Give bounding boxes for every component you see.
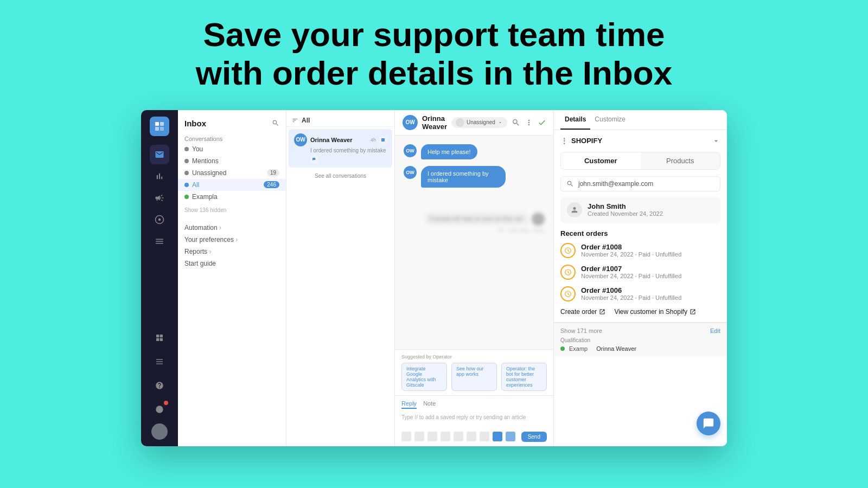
- panel-title: Inbox: [184, 119, 206, 128]
- order-actions: Create order View customer in Shopify: [560, 308, 720, 316]
- chat-area: OW Orinna Weaver Unassigned OW Help me p…: [395, 110, 553, 446]
- left-nav-panel: Inbox Conversations You Mentions Unassig…: [178, 110, 286, 446]
- reply-tab-reply[interactable]: Reply: [401, 400, 417, 409]
- chat-search-icon[interactable]: [512, 118, 520, 127]
- sidebar-grid-icon[interactable]: [150, 328, 169, 348]
- conv-item-header: OW Orinna Weaver 4h: [294, 133, 387, 146]
- shopify-menu-icon[interactable]: ⋮: [560, 137, 568, 145]
- send-button[interactable]: Send: [521, 432, 547, 442]
- order-number-1006: Order #1006: [581, 286, 720, 294]
- sidebar-help-icon[interactable]: [150, 376, 169, 395]
- shopify-collapse-icon[interactable]: [712, 137, 720, 145]
- conv-status-row: [294, 156, 387, 163]
- preferences-link[interactable]: Your preferences ›: [178, 234, 286, 246]
- user-avatar[interactable]: [151, 423, 168, 440]
- reply-emoji-icon[interactable]: [401, 432, 411, 441]
- svg-rect-0: [155, 122, 159, 126]
- details-tab-customize[interactable]: Customize: [590, 110, 630, 130]
- reply-blue2-icon[interactable]: [506, 432, 515, 441]
- order-details-1007: Order #1007 November 24, 2022 · Paid · U…: [581, 265, 720, 279]
- reply-tab-note[interactable]: Note: [423, 400, 436, 409]
- conversations-header: All: [286, 114, 394, 127]
- sidebar-settings-icon[interactable]: [150, 232, 169, 251]
- qual-value: Orinna Weaver: [596, 345, 636, 352]
- create-order-icon: [599, 309, 605, 315]
- qualification-title: Qualification: [560, 337, 720, 343]
- chat-header: OW Orinna Weaver Unassigned: [395, 110, 553, 136]
- unassigned-badge: 19: [267, 169, 279, 176]
- view-customer-link[interactable]: View customer in Shopify: [614, 308, 696, 316]
- app-window: Inbox Conversations You Mentions Unassig…: [141, 110, 727, 446]
- nav-item-all[interactable]: All 246: [178, 179, 286, 191]
- message-bubble-2: I ordered something by mistake: [421, 166, 506, 188]
- chat-header-actions: [512, 118, 546, 127]
- conv-avatar: OW: [294, 133, 307, 146]
- chat-user-name: Orinna Weaver: [422, 114, 447, 131]
- reports-link[interactable]: Reports ›: [178, 246, 286, 258]
- suggestion-3[interactable]: Operator: the bot for better customer ex…: [501, 363, 547, 391]
- conversation-item[interactable]: OW Orinna Weaver 4h I ordered something …: [289, 129, 392, 168]
- reply-input[interactable]: Type // to add a saved reply or try send…: [401, 412, 547, 428]
- see-all-link[interactable]: See all conversations: [286, 169, 394, 183]
- details-header: Details Customize: [554, 110, 727, 130]
- suggestion-2[interactable]: See how our app works: [451, 363, 497, 391]
- nav-item-mentions[interactable]: Mentions: [178, 155, 286, 167]
- reply-bold-icon[interactable]: [454, 432, 463, 441]
- order-icon-1006: [560, 286, 576, 301]
- svg-point-13: [156, 406, 163, 413]
- conv-time: 4h: [371, 137, 376, 143]
- sidebar-list-icon[interactable]: [150, 352, 169, 371]
- app-logo-icon[interactable]: [150, 117, 169, 136]
- svg-rect-10: [156, 359, 163, 359]
- suggested-section: Suggested by Operator Integrate Google A…: [395, 349, 553, 395]
- edit-link[interactable]: Edit: [710, 328, 720, 334]
- chat-user-avatar: OW: [403, 115, 418, 130]
- customer-result: John Smith Created November 24, 2022: [560, 197, 720, 223]
- fab-chat-button[interactable]: [697, 412, 720, 435]
- bottom-section: Show 171 more Edit Qualification Examp O…: [554, 323, 727, 356]
- customer-created: Created November 24, 2022: [588, 210, 663, 217]
- order-meta-1008: November 24, 2022 · Paid · Unfulfilled: [581, 251, 720, 258]
- order-details-1006: Order #1006 November 24, 2022 · Paid · U…: [581, 286, 720, 301]
- automation-link[interactable]: Automation ›: [178, 222, 286, 234]
- qualification-item: Examp Orinna Weaver: [560, 345, 720, 352]
- shopify-tab-products[interactable]: Products: [641, 152, 720, 169]
- order-number-1008: Order #1008: [581, 243, 720, 251]
- reply-italic-icon[interactable]: [467, 432, 476, 441]
- message-bubble-1: Help me please!: [421, 144, 477, 159]
- sidebar-inbox-icon[interactable]: [150, 145, 169, 164]
- sidebar-integrations-icon[interactable]: [150, 210, 169, 229]
- sidebar-analytics-icon[interactable]: [150, 166, 169, 186]
- filter-icon[interactable]: [292, 117, 298, 124]
- svg-rect-9: [160, 338, 163, 341]
- start-guide-link[interactable]: Start guide: [178, 258, 286, 269]
- sidebar-notifications-icon[interactable]: [150, 400, 169, 419]
- chat-check-icon[interactable]: [538, 118, 546, 127]
- create-order-link[interactable]: Create order: [560, 308, 605, 316]
- chat-settings-icon[interactable]: [525, 118, 533, 127]
- nav-item-exampla[interactable]: Exampla: [178, 191, 286, 203]
- suggestion-1[interactable]: Integrate Google Analytics with Gitscale: [401, 363, 447, 391]
- nav-dot-unassigned: [184, 171, 189, 175]
- reply-list-icon[interactable]: [480, 432, 489, 441]
- details-tab-details[interactable]: Details: [560, 110, 590, 130]
- assignment-badge[interactable]: Unassigned: [451, 117, 507, 128]
- reply-link-icon[interactable]: [441, 432, 450, 441]
- search-icon[interactable]: [272, 119, 279, 127]
- suggested-title: Suggested by Operator: [401, 354, 547, 359]
- conv-name: Orinna Weaver: [310, 137, 367, 143]
- nav-item-you[interactable]: You: [178, 143, 286, 155]
- customer-search-box[interactable]: john.smith@example.com: [560, 176, 720, 191]
- reply-gif-icon[interactable]: [427, 432, 437, 441]
- sidebar-campaign-icon[interactable]: [150, 188, 169, 208]
- nav-item-unassigned[interactable]: Unassigned 19: [178, 167, 286, 179]
- reply-attach-icon[interactable]: [414, 432, 424, 441]
- nav-dot-all: [184, 183, 189, 187]
- shopify-tab-customer[interactable]: Customer: [561, 152, 641, 169]
- assignment-chevron-icon: [497, 120, 503, 125]
- reply-active-icon[interactable]: [493, 432, 502, 441]
- suggested-items: Integrate Google Analytics with Gitscale…: [401, 363, 547, 391]
- customer-info: John Smith Created November 24, 2022: [588, 202, 663, 217]
- conv-action-icon[interactable]: [379, 136, 387, 144]
- show-hidden-link[interactable]: Show 136 hidden: [178, 205, 286, 215]
